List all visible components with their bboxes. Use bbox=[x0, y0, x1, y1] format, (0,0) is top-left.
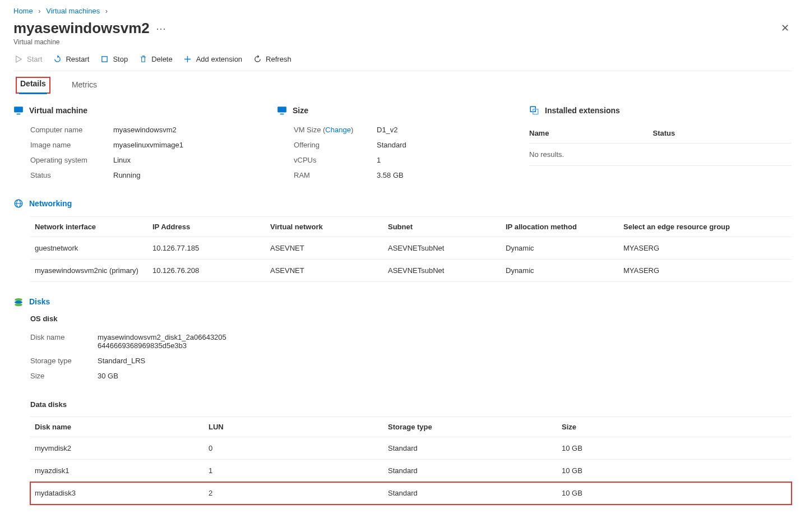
play-icon bbox=[13, 54, 24, 64]
cell-ip: 10.126.76.208 bbox=[148, 260, 266, 282]
section-extensions-heading: Installed extensions bbox=[529, 105, 792, 115]
cell-alloc: Dynamic bbox=[501, 260, 619, 282]
networking-heading-text: Networking bbox=[29, 199, 72, 208]
value-os: Linux bbox=[113, 156, 266, 164]
restart-button[interactable]: Restart bbox=[52, 54, 89, 64]
label-disk-name: Disk name bbox=[30, 333, 98, 350]
extension-icon bbox=[529, 105, 539, 115]
change-size-link[interactable]: Change bbox=[325, 126, 351, 134]
data-disks-heading: Data disks bbox=[30, 400, 792, 409]
extensions-heading-text: Installed extensions bbox=[545, 106, 620, 115]
table-row[interactable]: myasewindowsvm2nic (primary)10.126.76.20… bbox=[30, 260, 792, 282]
networking-table: Network interface IP Address Virtual net… bbox=[30, 216, 792, 282]
cell-alloc: Dynamic bbox=[501, 237, 619, 260]
cell-lun: 1 bbox=[204, 460, 383, 482]
refresh-label: Refresh bbox=[266, 55, 292, 63]
cell-storageType: Standard bbox=[383, 437, 557, 460]
cell-storageType: Standard bbox=[383, 460, 557, 482]
chevron-right-icon: › bbox=[38, 7, 40, 15]
svg-rect-1 bbox=[14, 107, 23, 112]
add-extension-button[interactable]: Add extension bbox=[183, 54, 242, 64]
close-button[interactable]: ✕ bbox=[779, 20, 792, 36]
net-col-vnet: Virtual network bbox=[266, 217, 383, 237]
net-col-alloc: IP allocation method bbox=[501, 217, 619, 237]
start-button[interactable]: Start bbox=[13, 54, 42, 64]
stop-icon bbox=[99, 54, 109, 64]
value-vcpus: 1 bbox=[377, 156, 518, 164]
cell-diskName: myvmdisk2 bbox=[30, 437, 204, 460]
net-col-ip: IP Address bbox=[148, 217, 266, 237]
section-size-heading: Size bbox=[277, 105, 518, 115]
tab-details[interactable]: Details bbox=[19, 76, 47, 94]
restart-icon bbox=[52, 54, 62, 64]
cell-size: 10 GB bbox=[557, 460, 792, 482]
vm-heading-text: Virtual machine bbox=[29, 106, 87, 115]
section-vm-heading: Virtual machine bbox=[13, 105, 266, 115]
more-dots-icon[interactable]: ⋯ bbox=[156, 23, 166, 34]
net-col-nic: Network interface bbox=[30, 217, 148, 237]
cell-ip: 10.126.77.185 bbox=[148, 237, 266, 260]
restart-label: Restart bbox=[66, 55, 89, 63]
svg-point-9 bbox=[15, 298, 22, 301]
stop-button[interactable]: Stop bbox=[99, 54, 128, 64]
value-status: Running bbox=[113, 171, 266, 179]
value-vmsize: D1_v2 bbox=[377, 126, 518, 134]
svg-rect-4 bbox=[280, 114, 284, 115]
ext-empty: No results. bbox=[529, 144, 792, 166]
add-extension-label: Add extension bbox=[196, 55, 242, 63]
cell-diskName: mydatadisk3 bbox=[30, 482, 204, 505]
title-block: myasewindowsvm2 ⋯ Virtual machine bbox=[13, 20, 166, 46]
value-ram: 3.58 GB bbox=[377, 171, 518, 179]
value-os-disk-name: myasewindowsvm2_disk1_2a0664320564466693… bbox=[98, 333, 226, 350]
breadcrumb-home[interactable]: Home bbox=[13, 7, 33, 15]
tab-details-highlight: Details bbox=[16, 77, 50, 94]
page-subtitle: Virtual machine bbox=[13, 38, 166, 46]
svg-rect-3 bbox=[277, 107, 286, 112]
disks-heading-text: Disks bbox=[29, 297, 50, 306]
start-label: Start bbox=[27, 55, 42, 63]
value-offering: Standard bbox=[377, 141, 518, 149]
svg-point-11 bbox=[15, 303, 22, 306]
label-os: Operating system bbox=[30, 156, 113, 164]
cell-size: 10 GB bbox=[557, 482, 792, 505]
cell-erg: MYASERG bbox=[619, 260, 792, 282]
delete-label: Delete bbox=[151, 55, 173, 63]
dd-col-size: Size bbox=[557, 417, 792, 437]
label-size: Size bbox=[30, 372, 98, 380]
cell-lun: 2 bbox=[204, 482, 383, 505]
label-offering: Offering bbox=[294, 141, 377, 149]
tab-metrics[interactable]: Metrics bbox=[71, 77, 98, 94]
label-vmsize: VM Size (Change) bbox=[294, 126, 377, 134]
value-image-name: myaselinuxvmimage1 bbox=[113, 141, 266, 149]
refresh-button[interactable]: Refresh bbox=[252, 54, 292, 64]
value-os-size: 30 GB bbox=[98, 372, 226, 380]
plus-icon bbox=[183, 54, 193, 64]
section-networking-heading[interactable]: Networking bbox=[13, 198, 792, 209]
label-storage-type: Storage type bbox=[30, 357, 98, 365]
monitor-icon bbox=[13, 105, 24, 115]
delete-button[interactable]: Delete bbox=[138, 54, 173, 64]
breadcrumb-vms[interactable]: Virtual machines bbox=[46, 7, 100, 15]
section-disks-heading[interactable]: Disks bbox=[13, 297, 792, 307]
value-os-storage-type: Standard_LRS bbox=[98, 357, 226, 365]
table-row[interactable]: myvmdisk20Standard10 GB bbox=[30, 437, 792, 460]
size-heading-text: Size bbox=[293, 106, 308, 115]
svg-rect-2 bbox=[17, 114, 21, 115]
cell-nic: myasewindowsvm2nic (primary) bbox=[30, 260, 148, 282]
dd-col-lun: LUN bbox=[204, 417, 383, 437]
stop-label: Stop bbox=[113, 55, 128, 63]
cell-size: 10 GB bbox=[557, 437, 792, 460]
cell-storageType: Standard bbox=[383, 482, 557, 505]
globe-icon bbox=[13, 198, 24, 209]
ext-col-status: Status bbox=[653, 123, 792, 144]
value-computer-name: myasewindowsvm2 bbox=[113, 126, 266, 134]
net-col-erg: Select an edge resource group bbox=[619, 217, 792, 237]
trash-icon bbox=[138, 54, 148, 64]
disks-icon bbox=[13, 297, 24, 307]
toolbar: Start Restart Stop Delete Add extension … bbox=[13, 46, 792, 71]
cell-erg: MYASERG bbox=[619, 237, 792, 260]
cell-subnet: ASEVNETsubNet bbox=[383, 260, 501, 282]
table-row[interactable]: myazdisk11Standard10 GB bbox=[30, 460, 792, 482]
table-row[interactable]: mydatadisk32Standard10 GB bbox=[30, 482, 792, 505]
table-row[interactable]: guestnetwork10.126.77.185ASEVNETASEVNETs… bbox=[30, 237, 792, 260]
